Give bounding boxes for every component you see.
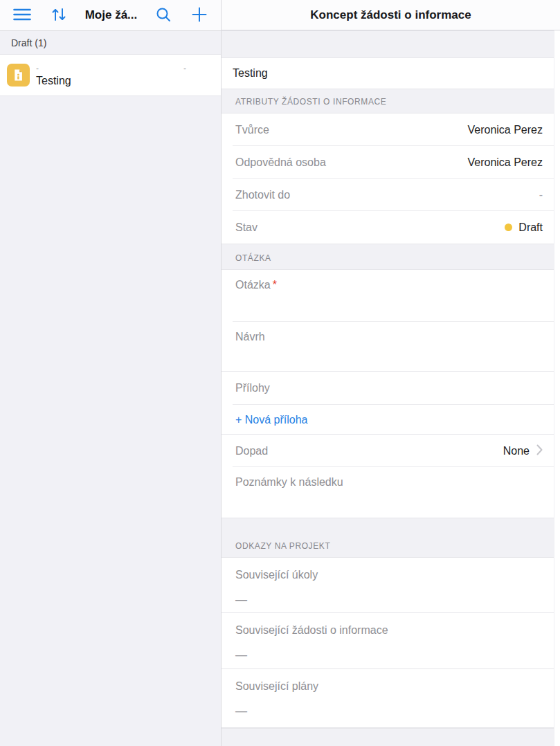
status-dot [505,224,512,231]
sidebar: Moje žá... Draft (1) - Testing [0,0,222,746]
related-rfis-label: Související žádosti o informace [235,624,543,637]
field-responsible-label: Odpovědná osoba [235,156,326,169]
field-due-date-label: Zhotovit do [235,189,290,201]
plus-icon [191,6,208,25]
list-item-text: - Testing [36,62,71,88]
related-tasks-label: Související úkoly [235,569,543,581]
related-plans-value: — [235,704,543,718]
required-asterisk: * [273,279,277,291]
field-creator-label: Tvůrce [235,124,269,136]
question-label: Otázka [235,279,271,291]
field-status-label: Stav [235,221,258,234]
group-header: Draft (1) [0,31,221,55]
search-button[interactable] [154,5,173,26]
sidebar-toolbar: Moje žá... [0,0,221,31]
related-tasks-value: — [235,593,543,607]
proposal-label: Návrh [235,331,265,343]
list-item-title: Testing [36,74,71,88]
consequence-notes-label: Poznámky k následku [235,476,343,488]
field-status[interactable]: Stav Draft [222,211,554,244]
related-plans-row[interactable]: Související plány — [222,669,554,728]
sidebar-empty-area [0,96,221,746]
detail-panel: Koncept žádosti o informace Testing ATRI… [222,0,560,746]
detail-nav: Koncept žádosti o informace [222,0,560,30]
consequence-notes-field[interactable]: Poznámky k následku [222,467,554,518]
page-title: Koncept žádosti o informace [310,8,471,22]
related-tasks-row[interactable]: Související úkoly — [222,558,554,613]
new-attachment-label: + Nová příloha [235,414,308,426]
field-responsible-value: Veronica Perez [467,156,543,169]
chevron-right-icon [536,444,543,458]
name-field[interactable]: Testing [222,58,554,89]
group-header-label: Draft (1) [11,37,46,48]
impact-value: None [503,445,530,457]
impact-label: Dopad [235,445,268,457]
field-due-date-value: - [539,189,543,201]
name-field-value: Testing [233,67,268,80]
menu-button[interactable] [12,6,33,25]
field-creator-value: Veronica Perez [467,124,543,136]
list-item[interactable]: - Testing - [0,55,221,96]
detail-scroll-content: Testing ATRIBUTY ŽÁDOSTI O INFORMACE Tvů… [222,30,554,746]
right-gutter [554,30,560,746]
attachments-row: Přílohy [222,372,554,405]
sort-button[interactable] [49,5,69,26]
attachments-label: Přílohy [235,382,270,394]
app-window: Moje žá... Draft (1) - Testing [0,0,560,746]
list-item-meta: - [36,64,71,73]
new-attachment-button[interactable]: + Nová příloha [222,405,554,435]
related-rfis-row[interactable]: Související žádosti o informace — [222,613,554,669]
impact-field[interactable]: Dopad None [222,435,554,467]
section-header-question: OTÁZKA [222,244,554,270]
search-icon [155,6,172,25]
section-header-attributes: ATRIBUTY ŽÁDOSTI O INFORMACE [222,89,554,113]
section-header-project-links: ODKAZY NA PROJEKT [222,518,554,558]
list-item-meta-right: - [183,64,186,73]
related-plans-label: Související plány [235,680,543,693]
field-creator[interactable]: Tvůrce Veronica Perez [222,113,554,146]
question-field[interactable]: Otázka* [222,270,554,322]
proposal-field[interactable]: Návrh [222,322,554,372]
bottom-gap [222,728,554,746]
sort-icon [51,6,67,25]
field-responsible[interactable]: Odpovědná osoba Veronica Perez [222,146,554,179]
related-rfis-value: — [235,648,543,662]
add-button[interactable] [190,5,209,26]
section-gap [222,30,554,58]
field-due-date[interactable]: Zhotovit do - [222,179,554,211]
document-icon [7,64,30,87]
menu-icon [13,8,31,24]
status-badge: Draft [518,221,543,234]
sidebar-title: Moje žá... [85,8,138,22]
